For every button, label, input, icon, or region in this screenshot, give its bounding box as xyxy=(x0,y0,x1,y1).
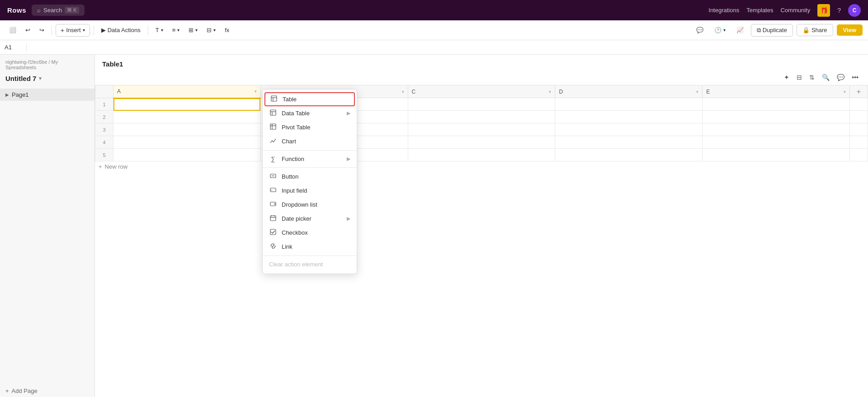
insert-chart-item[interactable]: Chart xyxy=(263,134,357,148)
brand-logo: Rows xyxy=(7,6,26,14)
insert-checkbox-item[interactable]: Checkbox xyxy=(263,226,357,240)
cell-E2[interactable] xyxy=(703,111,850,123)
insert-dropdown-menu: Table Data Table ▶ xyxy=(262,89,357,274)
row-num-3: 3 xyxy=(95,123,113,136)
insert-button-item[interactable]: Button xyxy=(263,170,357,184)
avatar[interactable]: C xyxy=(848,4,861,17)
chart-view-button[interactable]: 📈 xyxy=(733,25,747,35)
cell-E3[interactable] xyxy=(703,123,850,136)
data-table-item-label: Data Table xyxy=(282,110,310,117)
search-icon: ⌕ xyxy=(37,7,41,14)
integrations-link[interactable]: Integrations xyxy=(708,7,739,14)
chart-item-icon xyxy=(269,137,277,145)
history-caret-icon: ▾ xyxy=(723,28,726,33)
cell-C5[interactable] xyxy=(408,149,555,161)
cell-A2[interactable] xyxy=(113,111,261,123)
help-button[interactable]: ? xyxy=(837,7,841,14)
data-actions-label: Data Actions xyxy=(108,27,141,33)
cell-A4[interactable] xyxy=(113,136,261,149)
cell-D4[interactable] xyxy=(555,136,703,149)
redo-icon: ↪ xyxy=(39,27,44,33)
insert-date-picker-item[interactable]: Date picker ▶ xyxy=(263,212,357,226)
cell-D1[interactable] xyxy=(555,98,703,111)
col-header-A[interactable]: A ▾ xyxy=(113,85,261,98)
align-button[interactable]: ≡ ▾ xyxy=(169,25,184,35)
cell-D3[interactable] xyxy=(555,123,703,136)
cell-E4[interactable] xyxy=(703,136,850,149)
col-header-C[interactable]: C ▾ xyxy=(408,85,555,98)
cell-C3[interactable] xyxy=(408,123,555,136)
sidebar-item-page1[interactable]: ▶ Page1 xyxy=(0,89,94,101)
svg-rect-0 xyxy=(271,96,277,101)
gift-button[interactable]: 🎁 xyxy=(817,4,830,17)
special-filter-button[interactable]: ✦ xyxy=(782,72,792,82)
cell-C4[interactable] xyxy=(408,136,555,149)
svg-rect-11 xyxy=(270,188,276,192)
insert-link-item[interactable]: Link xyxy=(263,240,357,254)
add-row-button[interactable]: + New row xyxy=(95,161,868,172)
cell-E5[interactable] xyxy=(703,149,850,161)
insert-data-table-item[interactable]: Data Table ▶ xyxy=(263,106,357,120)
cell-reference: A1 xyxy=(5,44,23,51)
cell-A3[interactable] xyxy=(113,123,261,136)
cell-A1[interactable] xyxy=(113,98,261,111)
add-page-icon: + xyxy=(5,388,9,394)
data-table-item-icon xyxy=(269,109,277,117)
cell-icon: ⊞ xyxy=(189,27,193,33)
cell-D2[interactable] xyxy=(555,111,703,123)
comment-button[interactable]: 💬 xyxy=(693,25,707,35)
link-item-label: Link xyxy=(282,243,292,250)
view-button[interactable]: View xyxy=(837,24,863,36)
sidebar-toggle-button[interactable]: ⬜ xyxy=(5,25,20,35)
cell-extra-1 xyxy=(850,98,868,111)
cell-D5[interactable] xyxy=(555,149,703,161)
insert-button[interactable]: + Insert ▾ xyxy=(56,24,90,37)
undo-button[interactable]: ↩ xyxy=(22,25,34,35)
search-button[interactable]: ⌕ Search ⌘ K xyxy=(32,5,85,16)
search-table-button[interactable]: 🔍 xyxy=(820,72,832,82)
sort-button[interactable]: ⇅ xyxy=(807,72,817,82)
cell-C1[interactable] xyxy=(408,98,555,111)
topbar: Rows ⌕ Search ⌘ K Integrations Templates… xyxy=(0,0,868,20)
text-format-button[interactable]: T ▾ xyxy=(152,25,167,35)
history-icon: 🕐 xyxy=(714,27,722,33)
grid-button[interactable]: ⊟ ▾ xyxy=(203,25,219,35)
col-E-caret-icon: ▾ xyxy=(844,90,846,94)
row-num-1: 1 xyxy=(95,98,113,111)
community-link[interactable]: Community xyxy=(780,7,810,14)
insert-pivot-table-item[interactable]: Pivot Table xyxy=(263,120,357,134)
pivot-table-item-label: Pivot Table xyxy=(282,124,310,131)
more-options-button[interactable]: ••• xyxy=(849,72,861,82)
checkbox-item-icon xyxy=(269,229,277,236)
share-button[interactable]: 🔒 Share xyxy=(797,24,833,36)
insert-dropdown-list-item[interactable]: Dropdown list xyxy=(263,198,357,212)
formula-input[interactable] xyxy=(30,44,863,51)
formula-button[interactable]: fx xyxy=(221,25,233,35)
history-button[interactable]: 🕐 ▾ xyxy=(711,25,729,35)
cell-format-button[interactable]: ⊞ ▾ xyxy=(185,25,201,35)
plus-icon: + xyxy=(61,27,64,34)
data-actions-button[interactable]: ▶ Data Actions xyxy=(98,25,144,35)
templates-link[interactable]: Templates xyxy=(746,7,773,14)
date-picker-arrow-icon: ▶ xyxy=(347,216,350,222)
insert-label: Insert xyxy=(66,27,81,33)
redo-button[interactable]: ↪ xyxy=(36,25,48,35)
add-col-header[interactable]: + xyxy=(850,85,868,98)
col-header-E[interactable]: E ▾ xyxy=(703,85,850,98)
col-header-D[interactable]: D ▾ xyxy=(555,85,703,98)
svg-rect-18 xyxy=(270,229,276,235)
cell-A5[interactable] xyxy=(113,149,261,161)
add-column-button[interactable]: + xyxy=(855,88,863,96)
duplicate-button[interactable]: ⧉ Duplicate xyxy=(751,24,793,37)
insert-input-field-item[interactable]: Input field xyxy=(263,184,357,198)
title-caret-icon[interactable]: ▾ xyxy=(39,76,42,81)
comment-table-button[interactable]: 💬 xyxy=(835,72,847,82)
insert-table-item[interactable]: Table xyxy=(264,92,355,106)
filter-button[interactable]: ⊟ xyxy=(794,72,804,82)
align-icon: ≡ xyxy=(172,27,176,33)
cell-C2[interactable] xyxy=(408,111,555,123)
cell-E1[interactable] xyxy=(703,98,850,111)
add-page-button[interactable]: + Add Page xyxy=(0,385,94,397)
cell-extra-3 xyxy=(850,123,868,136)
insert-function-item[interactable]: ∑ Function ▶ xyxy=(263,152,357,165)
